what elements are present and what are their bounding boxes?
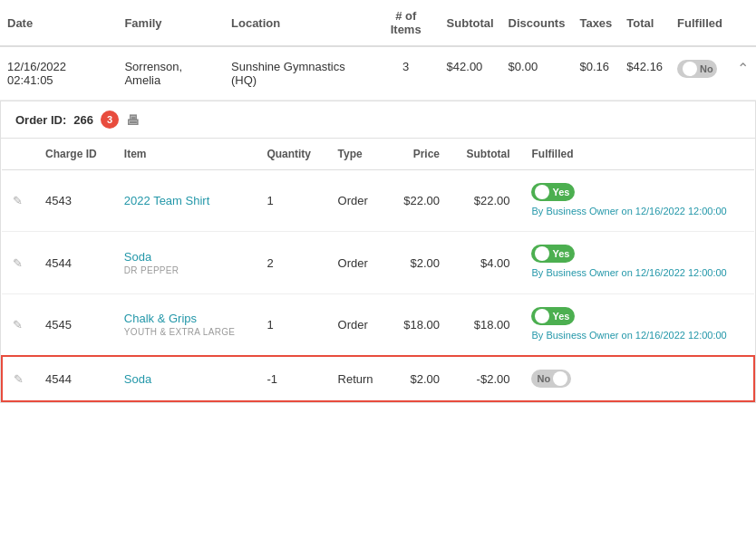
edit-icon[interactable]: ✎ <box>13 194 23 207</box>
charge-subtotal: -$2.00 <box>451 356 520 401</box>
order-taxes: $0.16 <box>572 46 619 101</box>
edit-icon[interactable]: ✎ <box>13 318 23 332</box>
item-sub: DR PEPPER <box>124 265 246 275</box>
charge-quantity: 1 <box>256 170 326 232</box>
print-icon[interactable]: 🖶 <box>126 112 140 128</box>
detail-col-type: Type <box>327 139 389 170</box>
charge-price: $2.00 <box>388 232 451 293</box>
charge-item: Chalk & Grips YOUTH & EXTRA LARGE <box>113 293 257 356</box>
charge-row: ✎ 4544 Soda -1 Return $2.00 -$2.00 No <box>2 356 754 401</box>
order-expand-toggle[interactable]: ⌃ <box>730 46 756 101</box>
item-sub: YOUTH & EXTRA LARGE <box>124 327 246 337</box>
edit-icon-cell: ✎ <box>2 170 34 232</box>
order-subtotal: $42.00 <box>440 46 501 101</box>
charge-id: 4544 <box>34 232 113 293</box>
detail-col-item: Item <box>113 139 257 170</box>
col-taxes: Taxes <box>572 0 619 46</box>
detail-col-subtotal: Subtotal <box>451 139 520 170</box>
order-id-value: 266 <box>73 113 93 127</box>
edit-icon[interactable]: ✎ <box>14 372 24 386</box>
order-fulfilled-toggle[interactable]: No <box>670 46 730 101</box>
charge-price: $22.00 <box>388 170 451 232</box>
orders-table: Date Family Location # of Items Subtotal… <box>0 0 756 403</box>
col-fulfilled: Fulfilled <box>670 0 730 46</box>
detail-col-quantity: Quantity <box>256 139 326 170</box>
charge-fulfilled: YesBy Business Owner on 12/16/2022 12:00… <box>520 232 754 293</box>
col-date: Date <box>0 0 117 46</box>
item-name-link[interactable]: Chalk & Grips <box>124 312 197 325</box>
detail-col-fulfilled: Fulfilled <box>520 139 754 170</box>
charge-fulfilled: YesBy Business Owner on 12/16/2022 12:00… <box>520 170 754 232</box>
fulfilled-toggle[interactable]: Yes <box>531 307 575 325</box>
charge-fulfilled: YesBy Business Owner on 12/16/2022 12:00… <box>520 293 754 356</box>
order-badge-count: 3 <box>101 111 119 129</box>
charge-row: ✎ 4545 Chalk & Grips YOUTH & EXTRA LARGE… <box>2 293 754 356</box>
charge-type: Order <box>327 232 389 293</box>
order-family: Sorrenson, Amelia <box>117 46 224 101</box>
item-name-link[interactable]: Soda <box>124 372 151 386</box>
order-discounts: $0.00 <box>501 46 573 101</box>
fulfilled-toggle[interactable]: Yes <box>531 245 575 263</box>
order-num-items: 3 <box>373 46 440 101</box>
order-id-label: Order ID: <box>15 113 66 127</box>
item-name-link[interactable]: 2022 Team Shirt <box>124 194 209 207</box>
charge-row: ✎ 4543 2022 Team Shirt 1 Order $22.00 $2… <box>2 170 754 232</box>
col-num-items: # of Items <box>373 0 440 46</box>
charge-item: 2022 Team Shirt <box>113 170 257 232</box>
col-subtotal: Subtotal <box>440 0 501 46</box>
detail-col-charge-id: Charge ID <box>34 139 113 170</box>
order-detail-row: Order ID: 266 3 🖶 Charge ID Item Qua <box>0 101 756 404</box>
charge-id: 4544 <box>34 356 113 401</box>
col-location: Location <box>224 0 373 46</box>
charge-subtotal: $18.00 <box>451 293 520 356</box>
order-location: Sunshine Gymnastics (HQ) <box>224 46 373 101</box>
edit-icon-cell: ✎ <box>2 356 34 401</box>
charge-item: Soda <box>113 356 257 401</box>
charge-quantity: 1 <box>256 293 326 356</box>
order-row: 12/16/2022 02:41:05 Sorrenson, Amelia Su… <box>0 46 756 101</box>
fulfilled-toggle[interactable]: Yes <box>531 183 575 201</box>
charge-item: Soda DR PEPPER <box>113 232 257 293</box>
charge-id: 4545 <box>34 293 113 356</box>
edit-icon[interactable]: ✎ <box>13 256 23 270</box>
col-discounts: Discounts <box>501 0 573 46</box>
col-total: Total <box>619 0 670 46</box>
charge-fulfilled: No <box>520 356 754 401</box>
charge-quantity: -1 <box>256 356 326 401</box>
fulfilled-info: By Business Owner on 12/16/2022 12:00:00 <box>531 205 743 218</box>
fulfilled-info: By Business Owner on 12/16/2022 12:00:00 <box>531 266 743 280</box>
edit-icon-cell: ✎ <box>2 232 34 293</box>
order-total: $42.16 <box>619 46 670 101</box>
charge-price: $2.00 <box>388 356 451 401</box>
charge-type: Return <box>327 356 389 401</box>
charge-subtotal: $22.00 <box>451 170 520 232</box>
charge-subtotal: $4.00 <box>451 232 520 293</box>
charge-row: ✎ 4544 Soda DR PEPPER 2 Order $2.00 $4.0… <box>2 232 754 293</box>
charge-id: 4543 <box>34 170 113 232</box>
order-detail-section: Order ID: 266 3 🖶 Charge ID Item Qua <box>0 101 756 403</box>
order-id-bar: Order ID: 266 3 🖶 <box>1 101 755 139</box>
col-family: Family <box>117 0 224 46</box>
edit-icon-cell: ✎ <box>2 293 34 356</box>
charge-type: Order <box>327 170 389 232</box>
charge-price: $18.00 <box>388 293 451 356</box>
fulfilled-toggle[interactable]: No <box>531 370 571 388</box>
order-date: 12/16/2022 02:41:05 <box>0 46 117 101</box>
charge-type: Order <box>327 293 389 356</box>
detail-col-price: Price <box>388 139 451 170</box>
charges-table: Charge ID Item Quantity Type Price Subto… <box>1 139 755 402</box>
charge-quantity: 2 <box>256 232 326 293</box>
item-name-link[interactable]: Soda <box>124 250 151 264</box>
fulfilled-info: By Business Owner on 12/16/2022 12:00:00 <box>531 329 743 342</box>
